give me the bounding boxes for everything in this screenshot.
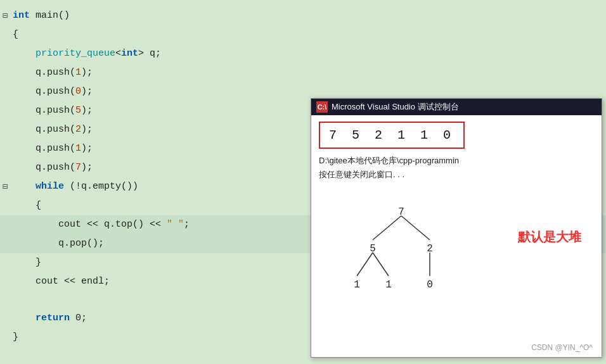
- svg-text:0: 0: [427, 279, 433, 291]
- console-window: C:\ Microsoft Visual Studio 调试控制台 7 5 2 …: [311, 98, 602, 358]
- token: <: [115, 48, 121, 59]
- token: q.push(: [35, 67, 75, 78]
- svg-text:2: 2: [427, 243, 433, 254]
- token: );: [81, 143, 93, 154]
- token: 0: [75, 86, 81, 97]
- token: );: [81, 124, 93, 135]
- tree-diagram: 7 5 2 1 1 0: [338, 197, 465, 311]
- tree-svg: 7 5 2 1 1 0: [338, 197, 465, 311]
- output-text: 7 5 2 1 1 0: [329, 128, 454, 142]
- token: );: [81, 67, 93, 78]
- token: q.push(: [35, 162, 75, 173]
- token: );: [81, 105, 93, 116]
- token: 1: [75, 143, 81, 154]
- token: {: [13, 29, 18, 40]
- line-indicator-1: ⊟: [0, 7, 10, 25]
- code-line-2: {: [0, 25, 606, 44]
- token: q.push(: [35, 105, 75, 116]
- svg-text:7: 7: [398, 206, 404, 218]
- token: );: [81, 162, 93, 173]
- console-icon: C:\: [316, 101, 328, 113]
- console-titlebar: C:\ Microsoft Visual Studio 调试控制台: [311, 99, 602, 115]
- token: ;: [184, 219, 190, 230]
- token: return: [35, 313, 70, 323]
- svg-line-0: [373, 216, 401, 240]
- line-content-4: q.push(1);: [10, 64, 606, 82]
- line-content-2: {: [10, 26, 606, 44]
- line-indicator-10: ⊟: [0, 178, 10, 196]
- token: 1: [75, 67, 81, 78]
- code-line-1: ⊟int main(): [0, 6, 606, 25]
- svg-text:1: 1: [385, 279, 392, 291]
- token: 5: [75, 105, 81, 116]
- big-heap-label: 默认是大堆: [518, 229, 581, 246]
- svg-text:5: 5: [370, 243, 376, 254]
- token: int: [121, 48, 138, 59]
- token: cout << endl;: [35, 276, 110, 287]
- token: priority_queue: [35, 48, 115, 59]
- console-title: Microsoft Visual Studio 调试控制台: [332, 101, 459, 113]
- console-hint: 按任意键关闭此窗口. . .: [319, 169, 594, 180]
- token: cout << q.top() <<: [58, 219, 167, 230]
- token: int: [13, 10, 30, 21]
- token: 0;: [70, 313, 87, 323]
- svg-text:1: 1: [354, 279, 360, 291]
- token: while: [35, 181, 64, 192]
- token: q.push(: [35, 143, 75, 154]
- csdn-watermark: CSDN @YIN_^O^: [531, 343, 593, 352]
- token: q.push(: [35, 86, 75, 97]
- token: " ": [167, 219, 184, 230]
- token: (!q.empty()): [64, 181, 138, 192]
- token: q.pop();: [58, 238, 104, 249]
- token: }: [35, 257, 41, 268]
- svg-line-1: [401, 216, 430, 240]
- line-content-3: priority_queue<int> q;: [10, 45, 606, 63]
- code-line-4: q.push(1);: [0, 63, 606, 82]
- svg-line-2: [357, 253, 373, 276]
- token: {: [35, 200, 41, 211]
- code-line-3: priority_queue<int> q;: [0, 44, 606, 63]
- token: 7: [75, 162, 81, 173]
- token: );: [81, 86, 93, 97]
- line-content-1: int main(): [10, 7, 606, 25]
- console-path: D:\gitee本地代码仓库\cpp-programmin: [319, 155, 594, 166]
- token: 2: [75, 124, 81, 135]
- token: q.push(: [35, 124, 75, 135]
- svg-line-3: [373, 253, 389, 276]
- output-box: 7 5 2 1 1 0: [319, 122, 465, 149]
- token: > q;: [138, 48, 161, 59]
- token: main(): [30, 10, 70, 21]
- token: }: [13, 332, 18, 342]
- console-body: 7 5 2 1 1 0 D:\gitee本地代码仓库\cpp-programmi…: [311, 115, 602, 317]
